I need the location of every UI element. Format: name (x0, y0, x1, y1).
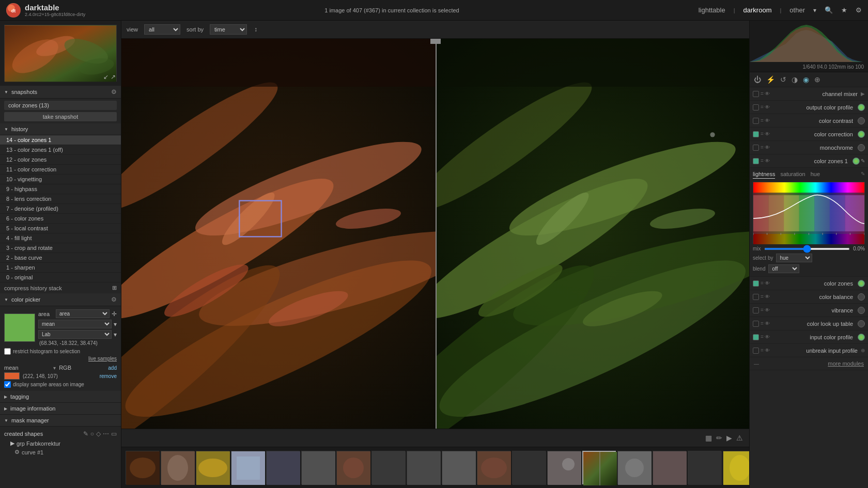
r-preset-icon[interactable]: ⚡ (766, 75, 775, 84)
nav-other[interactable]: other (789, 6, 805, 14)
cp-remove-link[interactable]: remove (100, 373, 117, 379)
module-eye-icon-output[interactable]: 👁 (765, 104, 770, 110)
module-toggle-color-contrast[interactable] (753, 118, 759, 124)
split-handle-top[interactable] (430, 39, 441, 44)
module-eye-icon-color-correction[interactable]: 👁 (765, 131, 770, 137)
cp-lab-arrow[interactable]: ▾ (114, 331, 117, 338)
cz-tab-lightness[interactable]: lightness (753, 171, 775, 179)
module-eye-icon-color-balance[interactable]: 👁 (765, 294, 770, 300)
film-thumb-12[interactable] (547, 451, 581, 484)
film-thumb-0[interactable] (126, 451, 159, 484)
module-arrow-channel-mixer[interactable]: ▶ (861, 91, 865, 97)
film-thumb-13[interactable] (582, 451, 616, 484)
module-toggle-color-lut[interactable] (753, 321, 759, 327)
history-item-12[interactable]: 12 - color zones (0, 155, 121, 165)
bt-grid-icon[interactable]: ▦ (705, 434, 712, 442)
module-eye-icon-input-color-profile[interactable]: 👁 (765, 334, 770, 340)
module-eq-icon-color-zones-1[interactable]: = (761, 158, 764, 164)
cz-select-by-select[interactable]: hue saturation lightness (776, 254, 812, 262)
history-item-2[interactable]: 2 - base curve (0, 253, 121, 263)
mask-manager-header[interactable]: ▼ mask manager (0, 415, 121, 427)
cp-down-arrow[interactable]: ▾ (114, 321, 117, 328)
thumb-zoom-out[interactable]: ↙ (103, 73, 109, 81)
module-toggle-color-zones-1[interactable] (753, 158, 759, 164)
color-picker-header[interactable]: ▼ color picker ⚙ (0, 293, 121, 306)
cp-live-samples-link[interactable]: live samples (4, 356, 117, 361)
module-eye-icon-color-contrast[interactable]: 👁 (765, 118, 770, 123)
mask-tool-pencil[interactable]: ✎ (83, 430, 88, 437)
history-item-1[interactable]: 1 - sharpen (0, 263, 121, 273)
film-thumb-16[interactable] (688, 451, 721, 484)
more-modules-button[interactable]: more modules (828, 360, 864, 367)
nav-icon-star[interactable]: ★ (841, 6, 847, 14)
module-eye-icon-unbreak[interactable]: 👁 (765, 348, 770, 353)
cp-mean-arrow[interactable]: ▾ (53, 365, 56, 371)
film-thumb-8[interactable] (407, 451, 440, 484)
history-item-7[interactable]: 7 - denoise (profiled) (0, 204, 121, 214)
history-item-11[interactable]: 11 - color correction (0, 165, 121, 175)
history-item-4[interactable]: 4 - fill light (0, 233, 121, 243)
cz-edit-icon[interactable]: ✎ (861, 171, 865, 179)
history-item-13[interactable]: 13 - color zones 1 (off) (0, 145, 121, 155)
cp-lab-select[interactable]: Lab RGB HSL (38, 330, 112, 339)
module-eq-icon-channel-mixer[interactable]: = (761, 91, 764, 97)
module-eq-icon-monochrome[interactable]: = (761, 145, 764, 150)
mask-sub-item-curve[interactable]: ⚙ curve #1 (4, 448, 117, 456)
r-gamut-icon[interactable]: ⊕ (814, 75, 820, 84)
module-eq-icon-color-zones[interactable]: = (761, 280, 764, 286)
take-snapshot-button[interactable]: take snapshot (4, 112, 117, 121)
tagging-header[interactable]: ▶ tagging (0, 391, 121, 403)
history-item-8[interactable]: 8 - lens correction (0, 194, 121, 204)
film-thumb-4[interactable] (266, 451, 300, 484)
module-eye-icon-color-zones-1[interactable]: 👁 (765, 158, 770, 164)
module-eq-icon-color-correction[interactable]: = (761, 131, 764, 137)
cz-blend-select[interactable]: off normal multiply (768, 264, 799, 273)
film-thumb-10[interactable] (477, 451, 510, 484)
module-toggle-unbreak-input-profile[interactable] (753, 348, 759, 354)
cp-mean-select-inline[interactable]: mean min max (38, 320, 112, 328)
cz-tab-saturation[interactable]: saturation (780, 171, 805, 179)
view-select[interactable]: all rated rejected (144, 24, 180, 35)
mask-tool-rect[interactable]: ▭ (111, 430, 117, 437)
split-line[interactable] (436, 39, 437, 429)
bt-warn-icon[interactable]: ⚠ (736, 434, 743, 442)
module-eq-icon-color-balance[interactable]: = (761, 294, 764, 300)
thumb-zoom-in[interactable]: ↗ (111, 73, 116, 81)
module-toggle-channel-mixer[interactable] (753, 91, 759, 97)
cp-area-select[interactable]: area point (56, 309, 110, 318)
film-thumb-2[interactable] (196, 451, 229, 484)
history-header[interactable]: ▼ history (0, 123, 121, 135)
module-eq-icon-input-color-profile[interactable]: = (761, 334, 764, 340)
film-thumb-3[interactable] (231, 451, 265, 484)
film-thumb-7[interactable] (371, 451, 405, 484)
film-thumb-6[interactable] (336, 451, 370, 484)
module-eq-icon-vibrance[interactable]: = (761, 307, 764, 313)
film-thumb-15[interactable] (653, 451, 686, 484)
cp-display-checkbox[interactable] (4, 381, 11, 388)
r-overexpose-icon[interactable]: ◑ (792, 75, 798, 84)
module-eq-icon-color-contrast[interactable]: = (761, 118, 764, 123)
mask-tool-path[interactable]: ⋯ (103, 430, 109, 437)
module-toggle-input-color-profile[interactable] (753, 334, 759, 340)
cz-mix-slider[interactable] (764, 248, 850, 250)
mask-item-grp[interactable]: ▶ grp Farbkorrektur (4, 439, 117, 448)
history-item-10[interactable]: 10 - vignetting (0, 175, 121, 184)
history-item-14[interactable]: 14 - color zones 1 (0, 135, 121, 145)
cp-restrict-checkbox[interactable] (4, 348, 11, 355)
history-item-0[interactable]: 0 - original (0, 273, 121, 282)
r-softproof-icon[interactable]: ◉ (803, 75, 809, 84)
module-eye-icon-color-lut[interactable]: 👁 (765, 321, 770, 326)
nav-icon-settings[interactable]: ⚙ (856, 6, 862, 14)
module-eq-icon-color-lut[interactable]: = (761, 321, 764, 326)
r-power-icon[interactable]: ⏻ (754, 75, 761, 84)
nav-icon-search[interactable]: 🔍 (825, 6, 833, 14)
module-eye-icon-channel-mixer[interactable]: 👁 (765, 91, 770, 97)
mask-tool-circle[interactable]: ○ (90, 430, 94, 437)
snapshot-item[interactable]: color zones (13) (4, 101, 117, 110)
module-edit-icon-color-zones-1[interactable]: ✎ (861, 158, 865, 164)
bt-play-icon[interactable]: ▶ (726, 434, 732, 442)
snapshots-header[interactable]: ▼ snapshots ⚙ (0, 86, 121, 99)
module-toggle-color-balance[interactable] (753, 294, 759, 300)
film-thumb-11[interactable] (512, 451, 546, 484)
cp-picker-icon[interactable]: ✛ (112, 310, 117, 318)
